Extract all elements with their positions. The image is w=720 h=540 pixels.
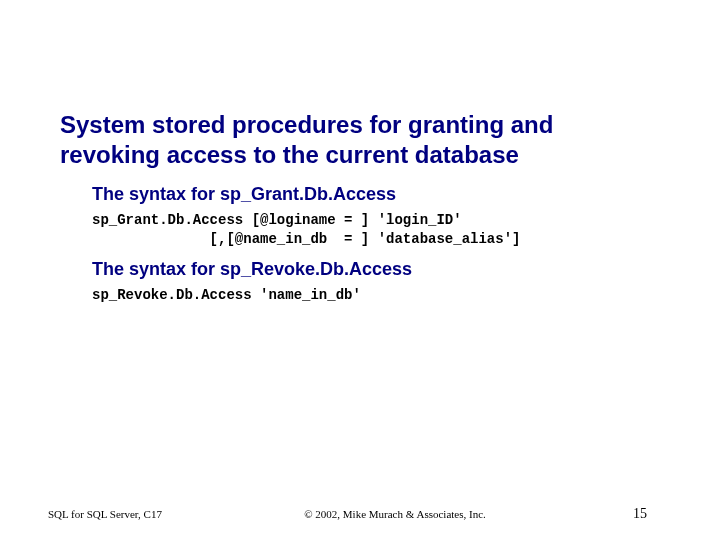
section-revoke-code: sp_Revoke.Db.Access 'name_in_db' [92,286,660,305]
slide-footer: SQL for SQL Server, C17 © 2002, Mike Mur… [0,506,720,522]
footer-left-text: SQL for SQL Server, C17 [0,508,230,520]
section-grant-code: sp_Grant.Db.Access [@loginame = ] 'login… [92,211,660,249]
section-grant-heading: The syntax for sp_Grant.Db.Access [92,184,660,205]
section-grant: The syntax for sp_Grant.Db.Access sp_Gra… [60,184,660,249]
section-revoke-heading: The syntax for sp_Revoke.Db.Access [92,259,660,280]
slide-number: 15 [560,506,720,522]
section-revoke: The syntax for sp_Revoke.Db.Access sp_Re… [60,259,660,305]
slide-title: System stored procedures for granting an… [60,110,660,170]
footer-copyright: © 2002, Mike Murach & Associates, Inc. [230,508,560,520]
